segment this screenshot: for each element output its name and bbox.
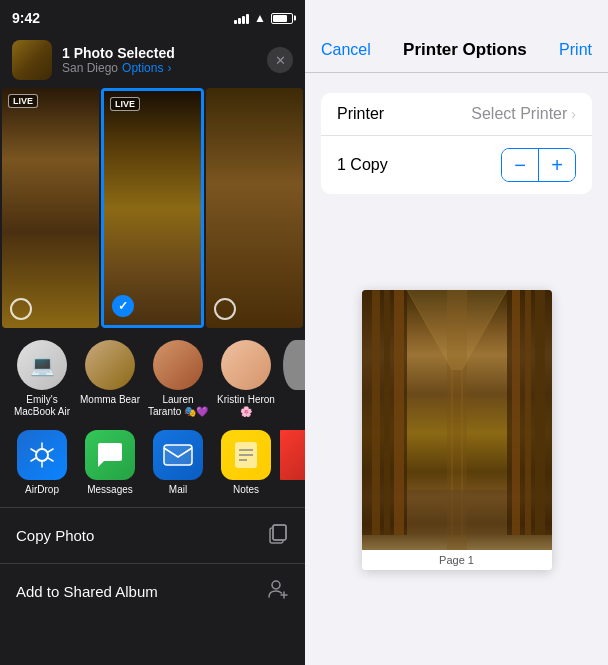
- select-circle-1[interactable]: [10, 298, 32, 320]
- avatar-kristin: [221, 340, 271, 390]
- signal-icon: [234, 12, 249, 24]
- contact-partial: [280, 340, 305, 418]
- stepper-minus-button[interactable]: −: [502, 149, 538, 181]
- printer-label: Printer: [337, 105, 384, 123]
- contact-name-lauren: Lauren Taranto 🎭💜: [146, 394, 210, 418]
- share-location: San Diego: [62, 61, 118, 75]
- contact-lauren[interactable]: Lauren Taranto 🎭💜: [144, 340, 212, 418]
- battery-icon: [271, 13, 293, 24]
- svg-rect-21: [407, 490, 507, 535]
- add-shared-album-row[interactable]: Add to Shared Album: [0, 563, 305, 619]
- contact-name-emily: Emily's MacBook Air: [10, 394, 74, 418]
- avatar-emily: 💻: [17, 340, 67, 390]
- add-shared-album-label: Add to Shared Album: [16, 583, 158, 600]
- copies-stepper: − +: [501, 148, 576, 182]
- mail-icon: [153, 430, 203, 480]
- app-name-notes: Notes: [233, 484, 259, 495]
- preview-image: [362, 290, 552, 550]
- copies-row: 1 Copy − +: [321, 136, 592, 194]
- share-header: 1 Photo Selected San Diego Options › ✕: [0, 32, 305, 88]
- close-icon: ✕: [275, 53, 286, 68]
- svg-point-0: [36, 449, 48, 461]
- app-mail[interactable]: Mail: [144, 430, 212, 495]
- svg-rect-16: [394, 290, 404, 535]
- app-airdrop[interactable]: AirDrop: [8, 430, 76, 495]
- options-link[interactable]: Options: [122, 61, 163, 75]
- select-circle-2[interactable]: ✓: [112, 295, 134, 317]
- contact-kristin[interactable]: Kristin Heron 🌸: [212, 340, 280, 418]
- print-preview-area: Page 1: [305, 194, 608, 665]
- photo-grid: LIVE LIVE ✓: [0, 88, 305, 328]
- svg-rect-1: [164, 445, 192, 465]
- app-name-airdrop: AirDrop: [25, 484, 59, 495]
- preview-page-label: Page 1: [362, 550, 552, 570]
- copy-photo-label: Copy Photo: [16, 527, 94, 544]
- printer-options-list: Printer Select Printer › 1 Copy − +: [321, 93, 592, 194]
- select-circle-3[interactable]: [214, 298, 236, 320]
- printer-navbar: Cancel Printer Options Print: [305, 32, 608, 73]
- printer-chevron-icon: ›: [571, 106, 576, 122]
- copy-photo-row[interactable]: Copy Photo: [0, 507, 305, 563]
- contact-name-momma: Momma Bear: [80, 394, 140, 406]
- svg-rect-8: [273, 525, 286, 540]
- share-panel: 9:42 ▲ 1 Photo Selected San Diego Option…: [0, 0, 305, 665]
- share-thumbnail: [12, 40, 52, 80]
- chevron-icon: ›: [167, 61, 171, 75]
- live-badge-1: LIVE: [8, 94, 38, 108]
- svg-rect-20: [535, 290, 545, 535]
- options-container: Printer Select Printer › 1 Copy − +: [305, 73, 608, 194]
- contact-name-kristin: Kristin Heron 🌸: [214, 394, 278, 418]
- share-info: 1 Photo Selected San Diego Options ›: [62, 45, 257, 75]
- photo-item-3[interactable]: [206, 88, 303, 328]
- contact-momma[interactable]: Momma Bear: [76, 340, 144, 418]
- share-subtitle: San Diego Options ›: [62, 61, 257, 75]
- airdrop-icon: [17, 430, 67, 480]
- notes-icon: [221, 430, 271, 480]
- select-printer-text: Select Printer: [471, 105, 567, 123]
- app-name-mail: Mail: [169, 484, 187, 495]
- print-preview-card: Page 1: [362, 290, 552, 570]
- cancel-button[interactable]: Cancel: [321, 41, 371, 59]
- printer-value: Select Printer ›: [471, 105, 576, 123]
- svg-rect-18: [512, 290, 520, 535]
- contacts-row: 💻 Emily's MacBook Air Momma Bear Lauren …: [0, 328, 305, 426]
- app-messages[interactable]: Messages: [76, 430, 144, 495]
- wifi-icon: ▲: [254, 11, 266, 25]
- right-status-bar: [305, 0, 608, 32]
- copies-label: 1 Copy: [337, 156, 388, 174]
- live-badge-2: LIVE: [110, 97, 140, 111]
- contact-emily[interactable]: 💻 Emily's MacBook Air: [8, 340, 76, 418]
- app-notes[interactable]: Notes: [212, 430, 280, 495]
- status-time: 9:42: [12, 10, 40, 26]
- printer-options-panel: Cancel Printer Options Print Printer Sel…: [305, 0, 608, 665]
- svg-rect-19: [525, 290, 531, 535]
- add-shared-album-icon: [267, 578, 289, 605]
- messages-icon: [85, 430, 135, 480]
- apps-row: AirDrop Messages Mail: [0, 426, 305, 507]
- stepper-plus-button[interactable]: +: [539, 149, 575, 181]
- avatar-lauren: [153, 340, 203, 390]
- app-partial: [280, 430, 305, 495]
- svg-point-10: [272, 581, 280, 589]
- status-bar: 9:42 ▲: [0, 0, 305, 32]
- svg-rect-15: [384, 290, 390, 535]
- photo-item-1[interactable]: LIVE: [2, 88, 99, 328]
- status-icons: ▲: [234, 11, 293, 25]
- printer-row[interactable]: Printer Select Printer ›: [321, 93, 592, 136]
- share-title: 1 Photo Selected: [62, 45, 257, 61]
- print-button[interactable]: Print: [559, 41, 592, 59]
- printer-options-title: Printer Options: [403, 40, 527, 60]
- svg-rect-14: [372, 290, 380, 535]
- app-name-messages: Messages: [87, 484, 133, 495]
- photo-item-2[interactable]: LIVE ✓: [101, 88, 204, 328]
- avatar-momma: [85, 340, 135, 390]
- close-button[interactable]: ✕: [267, 47, 293, 73]
- copy-photo-icon: [267, 522, 289, 549]
